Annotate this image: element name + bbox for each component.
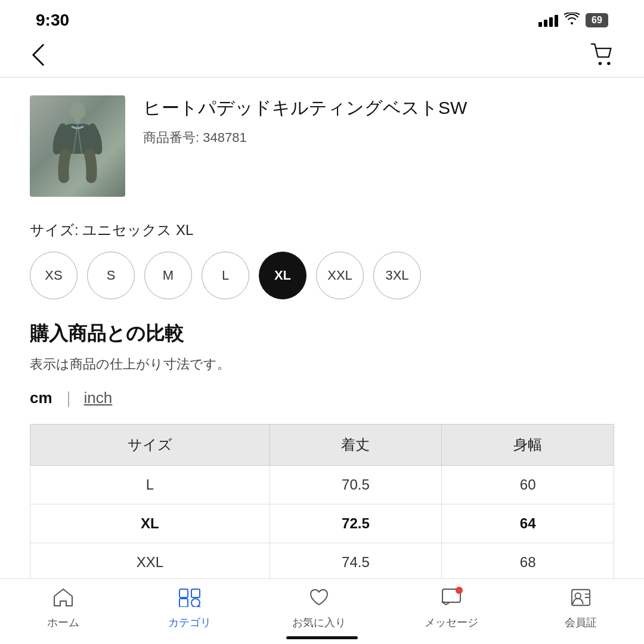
nav-item-favorites[interactable]: お気に入り <box>292 588 346 630</box>
size-table: サイズ 着丈 身幅 L 70.5 60 XL 72.5 64 XXL <box>30 424 614 578</box>
unit-cm[interactable]: cm <box>30 389 52 407</box>
comparison-section: 購入商品との比較 表示は商品の仕上がり寸法です。 cm ｜ inch サイズ 着… <box>30 321 614 578</box>
table-cell-length-xxl: 74.5 <box>270 543 442 579</box>
svg-rect-4 <box>179 589 188 597</box>
favorites-icon <box>309 588 329 612</box>
table-header-width: 身幅 <box>442 425 614 466</box>
nav-item-category[interactable]: カテゴリ <box>166 588 213 630</box>
svg-point-0 <box>599 61 602 64</box>
nav-item-message[interactable]: メッセージ <box>425 588 478 630</box>
status-time: 9:30 <box>36 11 69 30</box>
svg-line-8 <box>199 606 201 607</box>
table-cell-width-xxl: 68 <box>442 543 614 579</box>
svg-rect-5 <box>191 589 200 597</box>
table-cell-size-xl: XL <box>30 504 270 543</box>
svg-point-11 <box>575 593 581 598</box>
product-number: 商品番号: 348781 <box>143 129 614 147</box>
table-cell-width: 60 <box>442 466 614 504</box>
cart-icon[interactable] <box>590 43 614 70</box>
size-btn-3xl[interactable]: 3XL <box>373 252 421 299</box>
svg-rect-3 <box>75 119 80 125</box>
table-row-highlighted: XL 72.5 64 <box>30 504 614 543</box>
nav-item-home[interactable]: ホーム <box>39 588 87 630</box>
size-btn-xs[interactable]: XS <box>30 252 78 299</box>
unit-inch[interactable]: inch <box>84 389 113 407</box>
comparison-title: 購入商品との比較 <box>30 321 614 347</box>
message-icon <box>441 588 462 612</box>
product-name: ヒートパデッドキルティングベストSW <box>143 95 614 120</box>
size-btn-m[interactable]: M <box>144 252 192 299</box>
bottom-nav: ホーム カテゴリ お気に入り メ <box>0 578 644 644</box>
table-row: L 70.5 60 <box>30 466 614 504</box>
nav-label-category: カテゴリ <box>168 615 211 630</box>
nav-label-message: メッセージ <box>425 615 478 630</box>
home-icon <box>53 588 73 612</box>
main-content: ヒートパデッドキルティングベストSW 商品番号: 348781 サイズ: ユニセ… <box>0 78 644 578</box>
category-icon <box>178 588 201 612</box>
nav-item-membership[interactable]: 会員証 <box>557 588 605 630</box>
table-header-size: サイズ <box>30 425 270 466</box>
size-btn-l[interactable]: L <box>202 252 249 299</box>
home-indicator <box>286 636 358 639</box>
unit-toggle: cm ｜ inch <box>30 388 614 408</box>
nav-label-favorites: お気に入り <box>292 615 346 630</box>
battery-indicator: 69 <box>586 13 608 27</box>
message-badge <box>456 587 463 594</box>
size-section: サイズ: ユニセックス XL XS S M L XL XXL 3XL <box>30 221 614 299</box>
wifi-icon <box>564 13 580 28</box>
nav-label-membership: 会員証 <box>565 615 597 630</box>
status-bar: 9:30 69 <box>0 0 644 36</box>
product-image <box>30 95 125 197</box>
table-header-length: 着丈 <box>270 425 442 466</box>
table-cell-size: L <box>30 466 270 504</box>
status-icons: 69 <box>538 13 608 28</box>
size-buttons: XS S M L XL XXL 3XL <box>30 252 614 299</box>
product-info: ヒートパデッドキルティングベストSW 商品番号: 348781 <box>143 95 614 197</box>
svg-point-1 <box>607 61 610 64</box>
table-cell-length-xl: 72.5 <box>270 504 442 543</box>
svg-point-2 <box>70 102 85 120</box>
size-label: サイズ: ユニセックス XL <box>30 221 614 240</box>
unit-divider: ｜ <box>61 388 76 408</box>
nav-label-home: ホーム <box>47 615 79 630</box>
size-btn-s[interactable]: S <box>87 252 135 299</box>
size-btn-xl[interactable]: XL <box>259 252 306 299</box>
table-row: XXL 74.5 68 <box>30 543 614 579</box>
comparison-subtitle: 表示は商品の仕上がり寸法です。 <box>30 355 614 373</box>
back-button[interactable] <box>30 43 47 70</box>
svg-rect-6 <box>179 599 188 607</box>
signal-icon <box>538 14 558 27</box>
nav-bar <box>0 36 644 78</box>
membership-icon <box>571 588 591 612</box>
table-cell-width-xl: 64 <box>442 504 614 543</box>
table-cell-size-xxl: XXL <box>30 543 270 579</box>
size-btn-xxl[interactable]: XXL <box>316 252 364 299</box>
product-header: ヒートパデッドキルティングベストSW 商品番号: 348781 <box>30 95 614 197</box>
table-cell-length: 70.5 <box>270 466 442 504</box>
